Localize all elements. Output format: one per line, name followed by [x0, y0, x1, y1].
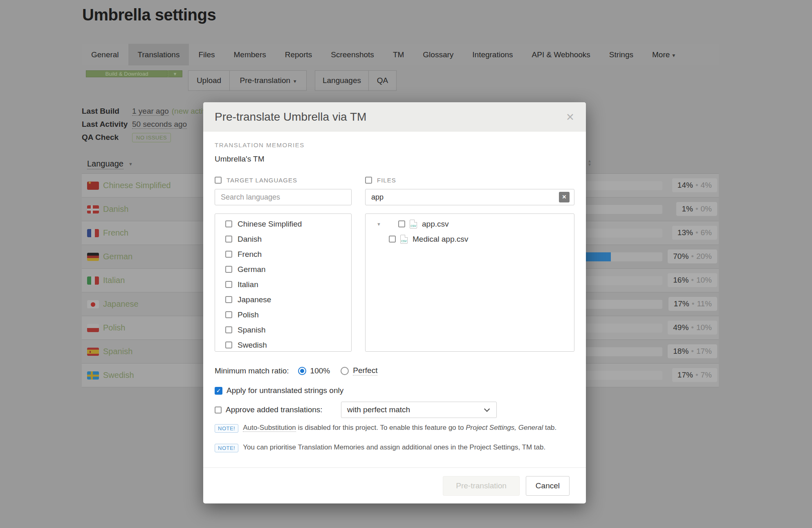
tab[interactable]: Translations▾ [128, 44, 189, 65]
language-option-label[interactable]: Spanish [238, 326, 266, 335]
language-link[interactable]: Polish [103, 323, 125, 333]
approved-percent: 17% [696, 347, 712, 355]
apply-untranslated-checkbox[interactable]: ✓ [215, 387, 222, 395]
tab[interactable]: Files▾ [189, 44, 224, 65]
translated-percent: 70% [673, 252, 689, 261]
language-link[interactable]: Italian [103, 276, 125, 285]
language-option: Italian [215, 277, 351, 292]
file-checkbox[interactable] [389, 236, 396, 243]
translated-percent: 1% [682, 204, 693, 213]
select-all-languages-checkbox[interactable] [215, 177, 222, 184]
pre-translation-submit-button[interactable]: Pre-translation [443, 476, 520, 496]
language-option-label[interactable]: Japanese [238, 295, 271, 304]
tab[interactable]: More▾ [643, 44, 684, 65]
language-checkbox[interactable] [225, 296, 232, 303]
last-build-link[interactable]: 1 year ago [132, 107, 169, 116]
match-100-label[interactable]: 100% [310, 366, 330, 375]
language-option-label[interactable]: German [238, 265, 266, 274]
language-checkbox[interactable] [225, 266, 232, 273]
flag-icon [87, 300, 99, 308]
language-link[interactable]: German [103, 252, 132, 261]
apply-untranslated-label[interactable]: Apply for untranslated strings only [227, 386, 343, 395]
match-perfect-radio[interactable] [341, 367, 349, 375]
languages-group: Languages QA [315, 70, 397, 91]
file-name[interactable]: app.csv [422, 220, 449, 229]
flag-icon [87, 324, 99, 332]
files-header: FILES [365, 177, 396, 184]
language-checkbox[interactable] [225, 236, 232, 243]
file-checkbox[interactable] [398, 220, 405, 227]
progress-percentages: 13%•6% [672, 226, 717, 240]
language-checkbox[interactable] [225, 220, 232, 227]
cancel-button[interactable]: Cancel [526, 476, 570, 496]
dialog-footer: Pre-translation Cancel [203, 467, 586, 503]
translated-percent: 14% [677, 181, 693, 189]
build-download-dropdown-button[interactable]: ▾ [168, 70, 182, 77]
language-link[interactable]: Swedish [103, 371, 134, 380]
language-checkbox[interactable] [225, 311, 232, 318]
language-checkbox[interactable] [225, 251, 232, 258]
tree-collapse-icon[interactable]: ▼ [377, 222, 385, 227]
tab[interactable]: Members▾ [224, 44, 276, 65]
language-option-label[interactable]: Italian [238, 280, 258, 289]
dialog-title: Pre-translate Umbrella via TM [215, 102, 366, 132]
language-link[interactable]: Spanish [103, 347, 132, 356]
language-checkbox[interactable] [225, 281, 232, 288]
approve-translations-label[interactable]: Approve added translations: [226, 405, 323, 414]
progress-sort-icon[interactable]: ▲ ▼ [588, 159, 592, 166]
chevron-down-icon [484, 406, 490, 412]
translated-percent: 17% [677, 371, 693, 379]
match-100-radio[interactable] [298, 367, 306, 375]
approve-translations-checkbox[interactable] [215, 407, 222, 413]
close-icon[interactable]: ✕ [566, 102, 574, 132]
language-option-label[interactable]: French [238, 250, 262, 259]
file-name[interactable]: Medical app.csv [413, 235, 468, 244]
last-activity-link[interactable]: 50 seconds ago [132, 120, 187, 129]
progress-percentages: 17%•7% [672, 368, 717, 382]
flag-icon [87, 276, 99, 285]
language-link[interactable]: Danish [103, 204, 128, 214]
language-option-label[interactable]: Swedish [238, 341, 267, 350]
select-all-files-checkbox[interactable] [365, 177, 372, 184]
auto-substitution-link[interactable]: Auto-Substitution [243, 424, 296, 432]
approve-mode-select[interactable]: with perfect match [341, 402, 497, 418]
search-languages-input[interactable] [215, 189, 352, 205]
apply-untranslated-row: ✓ Apply for untranslated strings only [215, 386, 343, 395]
language-option-label[interactable]: Danish [238, 235, 262, 244]
language-link[interactable]: Chinese Simplified [103, 181, 171, 190]
tab[interactable]: API & Webhooks▾ [523, 44, 600, 65]
approved-percent: 6% [701, 228, 712, 237]
language-option: French [215, 247, 351, 262]
tab[interactable]: Strings▾ [600, 44, 643, 65]
pre-translation-menu-button[interactable]: Pre-translation▾ [230, 70, 307, 91]
language-link[interactable]: French [103, 228, 128, 238]
qa-button[interactable]: QA [369, 70, 397, 91]
language-checkbox[interactable] [225, 342, 232, 348]
language-option-label[interactable]: Polish [238, 310, 259, 319]
tab-label: Translations [138, 50, 180, 59]
language-column-header[interactable]: Language▼ [87, 159, 133, 169]
last-build-label: Last Build [82, 107, 132, 116]
language-link[interactable]: Japanese [103, 299, 139, 309]
tab[interactable]: Integrations▾ [463, 44, 522, 65]
project-info: Last Build 1 year ago(new activity) Last… [82, 105, 217, 144]
qa-status-badge[interactable]: NO ISSUES [132, 133, 171, 142]
languages-button[interactable]: Languages [315, 70, 369, 91]
progress-percentages: 18%•17% [668, 344, 717, 358]
tab[interactable]: Glossary▾ [413, 44, 463, 65]
files-filter-input[interactable] [365, 189, 574, 205]
clear-filter-button[interactable]: ✕ [559, 192, 570, 202]
tab-label: API & Webhooks [532, 50, 590, 59]
tab[interactable]: Screenshots▾ [321, 44, 384, 65]
files-label: FILES [377, 177, 396, 184]
language-checkbox[interactable] [225, 326, 232, 333]
language-option-label[interactable]: Chinese Simplified [238, 220, 302, 229]
tab[interactable]: General▾ [82, 44, 128, 65]
tab[interactable]: TM▾ [384, 44, 413, 65]
tab[interactable]: Reports▾ [276, 44, 322, 65]
build-download-button[interactable]: Build & Download [86, 70, 168, 77]
approved-percent: 0% [701, 204, 712, 213]
translated-percent: 17% [674, 299, 689, 308]
match-perfect-label[interactable]: Perfect [353, 366, 377, 375]
upload-button[interactable]: Upload [188, 70, 230, 91]
